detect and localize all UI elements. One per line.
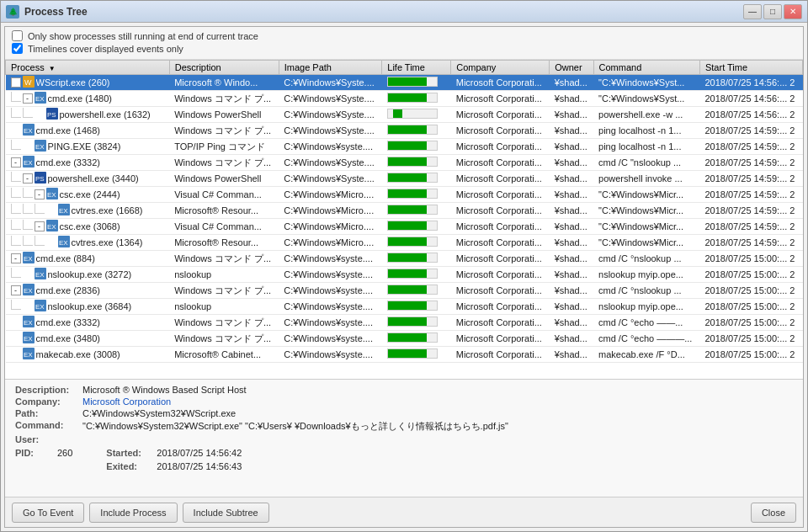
lifetime-bar	[387, 301, 438, 311]
expand-button[interactable]: -	[11, 285, 21, 295]
table-row[interactable]: EXPING.EXE (3824)TOP/IP Ping コマンドC:¥Wind…	[6, 139, 803, 155]
table-row[interactable]: -EXcmd.exe (1480)Windows コマンド プ...C:¥Win…	[6, 91, 803, 107]
expand-button[interactable]: -	[11, 157, 21, 168]
start-time-cell: 2018/07/25 14:59:... 2	[699, 155, 802, 171]
table-row[interactable]: EXcmd.exe (3480)Windows コマンド プ...C:¥Wind…	[6, 331, 803, 347]
command-cell: ping localhost -n 1...	[593, 139, 699, 155]
col-process[interactable]: Process ▼	[6, 61, 170, 75]
process-icon: EX	[23, 284, 35, 297]
process-cell-9: -EXcsc.exe (3068)	[6, 219, 170, 235]
user-label: User:	[15, 434, 82, 444]
col-image-path[interactable]: Image Path	[279, 61, 382, 75]
lifetime-bar	[387, 141, 438, 151]
process-tree-window: 🌲 Process Tree — □ ✕ Only show processes…	[0, 0, 808, 532]
owner-cell: ¥shad...	[550, 187, 593, 203]
expand-button[interactable]: -	[35, 221, 45, 231]
description-value: Microsoft ® Windows Based Script Host	[82, 385, 793, 395]
table-row[interactable]: -EXcmd.exe (2836)Windows コマンド プ...C:¥Win…	[6, 283, 803, 299]
table-row[interactable]: EXnslookup.exe (3272)nslookupC:¥Windows¥…	[6, 267, 803, 283]
table-row[interactable]: -EXcsc.exe (2444)Visual C# Comman...C:¥W…	[6, 187, 803, 203]
table-row[interactable]: -PSpowershell.exe (3440)Windows PowerShe…	[6, 171, 803, 187]
started-label: Started:	[106, 448, 157, 458]
table-row[interactable]: EXcmd.exe (1468)Windows コマンド プ...C:¥Wind…	[6, 123, 803, 139]
show-running-label: Only show processes still running at end…	[28, 31, 258, 41]
process-cell-16: EXcmd.exe (3480)	[6, 331, 170, 347]
go-to-event-button[interactable]: Go To Event	[12, 503, 84, 523]
company-value: Microsoft Corporation	[82, 396, 793, 407]
started-value: 2018/07/25 14:56:42	[157, 448, 242, 458]
table-row[interactable]: EXnslookup.exe (3684)nslookupC:¥Windows¥…	[6, 299, 803, 315]
title-close-button[interactable]: ✕	[784, 4, 802, 19]
process-cell-5: -EXcmd.exe (3332)	[6, 155, 170, 171]
table-row[interactable]: PSpowershell.exe (1632)Windows PowerShel…	[6, 107, 803, 123]
command-cell: ping localhost -n 1...	[593, 123, 699, 139]
table-row[interactable]: EXcmd.exe (3332)Windows コマンド プ...C:¥Wind…	[6, 315, 803, 331]
path-label: Path:	[15, 408, 82, 418]
col-lifetime[interactable]: Life Time	[382, 61, 451, 75]
lifetime-cell	[382, 347, 451, 363]
col-company[interactable]: Company	[451, 61, 550, 75]
company-cell: Microsoft Corporati...	[451, 107, 550, 123]
minimize-button[interactable]: —	[743, 4, 762, 19]
maximize-button[interactable]: □	[763, 4, 782, 19]
col-start-time[interactable]: Start Time	[699, 61, 802, 75]
process-icon: EX	[58, 236, 70, 249]
lifetime-cell	[382, 123, 451, 139]
svg-text:EX: EX	[59, 207, 68, 215]
expand-button[interactable]: -	[35, 189, 45, 200]
process-name: PING.EXE (3824)	[48, 141, 121, 152]
image-path-cell: C:¥Windows¥Syste....	[279, 155, 382, 171]
process-name: cmd.exe (884)	[36, 253, 95, 263]
table-row[interactable]: -EXcmd.exe (3332)Windows コマンド プ...C:¥Win…	[6, 155, 803, 171]
command-cell: powershell invoke ...	[593, 171, 699, 187]
table-row[interactable]: EXmakecab.exe (3008)Microsoft® Cabinet..…	[6, 347, 803, 363]
expand-button[interactable]: -	[11, 253, 21, 263]
detail-command-row: Command: "C:¥Windows¥System32¥WScript.ex…	[15, 420, 793, 433]
start-time-cell: 2018/07/25 15:00:... 2	[699, 299, 802, 315]
lifetime-cell	[382, 203, 451, 219]
col-description[interactable]: Description	[169, 61, 279, 75]
lifetime-cell	[382, 91, 451, 107]
start-time-cell: 2018/07/25 14:59:... 2	[699, 123, 802, 139]
table-row[interactable]: -EXcmd.exe (884)Windows コマンド プ...C:¥Wind…	[6, 251, 803, 267]
lifetime-bar	[387, 173, 438, 183]
owner-cell: ¥shad...	[550, 75, 593, 91]
lifetime-cell	[382, 219, 451, 235]
svg-text:EX: EX	[24, 287, 33, 295]
lifetime-bar	[387, 285, 438, 295]
close-button[interactable]: Close	[751, 503, 796, 523]
lifetime-cell	[382, 283, 451, 299]
process-cell-6: -PSpowershell.exe (3440)	[6, 171, 170, 187]
image-path-cell: C:¥Windows¥Syste....	[279, 107, 382, 123]
image-path-cell: C:¥Windows¥Micro....	[279, 203, 382, 219]
table-row[interactable]: EXcvtres.exe (1668)Microsoft® Resour...C…	[6, 203, 803, 219]
image-path-cell: C:¥Windows¥Micro....	[279, 235, 382, 251]
expand-button[interactable]: -	[23, 173, 33, 184]
owner-cell: ¥shad...	[550, 91, 593, 107]
image-path-cell: C:¥Windows¥Syste....	[279, 75, 382, 91]
expand-button[interactable]: -	[11, 77, 21, 88]
bottom-bar: Go To Event Include Process Include Subt…	[5, 497, 803, 527]
description-cell: Windows コマンド プ...	[169, 331, 279, 347]
process-name: makecab.exe (3008)	[36, 349, 120, 359]
col-command[interactable]: Command	[593, 61, 699, 75]
company-cell: Microsoft Corporati...	[451, 123, 550, 139]
image-path-cell: C:¥Windows¥syste....	[279, 139, 382, 155]
include-subtree-button[interactable]: Include Subtree	[183, 503, 269, 523]
timelines-checkbox[interactable]	[12, 43, 23, 54]
description-cell: nslookup	[169, 267, 279, 283]
command-cell: nslookup myip.ope...	[593, 299, 699, 315]
include-process-button[interactable]: Include Process	[89, 503, 177, 523]
table-row[interactable]: -WWScript.exe (260)Microsoft ® Windo...C…	[6, 75, 803, 91]
company-cell: Microsoft Corporati...	[451, 75, 550, 91]
table-row[interactable]: EXcvtres.exe (1364)Microsoft® Resour...C…	[6, 235, 803, 251]
command-cell: makecab.exe /F °D...	[593, 347, 699, 363]
table-row[interactable]: -EXcsc.exe (3068)Visual C# Comman...C:¥W…	[6, 219, 803, 235]
show-running-checkbox[interactable]	[12, 30, 23, 41]
start-time-cell: 2018/07/25 14:56:... 2	[699, 75, 802, 91]
description-cell: TOP/IP Ping コマンド	[169, 139, 279, 155]
svg-text:EX: EX	[24, 255, 33, 263]
timelines-label: Timelines cover displayed events only	[28, 44, 183, 54]
col-owner[interactable]: Owner	[550, 61, 593, 75]
expand-button[interactable]: -	[23, 93, 33, 104]
